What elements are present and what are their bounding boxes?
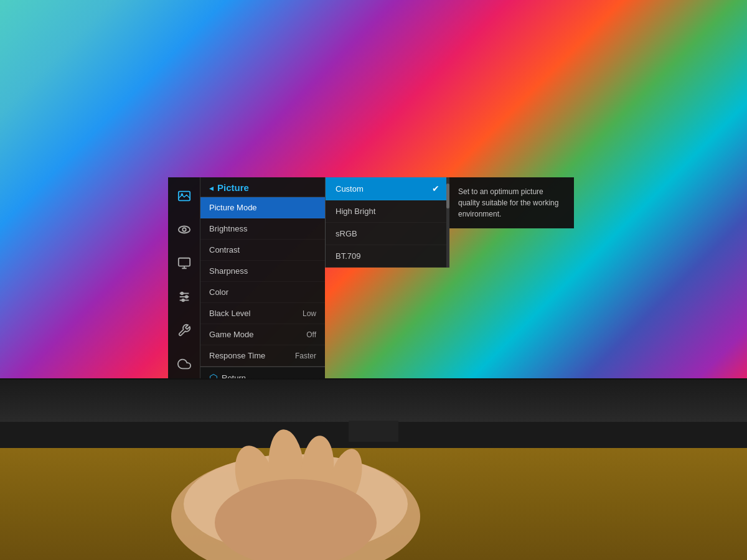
svg-point-1 bbox=[181, 193, 183, 195]
response-time-value: Faster bbox=[295, 352, 316, 360]
info-text: Set to an optimum picture quality suitab… bbox=[458, 187, 558, 218]
sidebar-icon-wrench[interactable] bbox=[173, 319, 195, 342]
menu-item-response-time[interactable]: Response Time Faster bbox=[200, 345, 325, 366]
submenu-label: sRGB bbox=[336, 229, 357, 238]
svg-rect-4 bbox=[178, 258, 189, 266]
submenu-item-custom[interactable]: Custom ✔ bbox=[326, 177, 449, 200]
menu-item-label: Contrast bbox=[209, 245, 240, 254]
hand-image bbox=[156, 429, 436, 560]
check-icon: ✔ bbox=[432, 184, 439, 194]
menu-item-label: Brightness bbox=[209, 224, 247, 233]
menu-item-label: Response Time bbox=[209, 351, 265, 360]
osd-container: ◂ Picture Picture Mode Brightness Contra… bbox=[168, 177, 574, 389]
menu-header: ◂ Picture bbox=[200, 177, 325, 197]
menu-item-label: Game Mode bbox=[209, 330, 254, 339]
menu-back-arrow: ◂ bbox=[209, 183, 214, 193]
black-level-value: Low bbox=[303, 309, 316, 318]
submenu-panel: Custom ✔ High Bright sRGB BT.709 bbox=[325, 177, 449, 268]
menu-item-picture-mode[interactable]: Picture Mode bbox=[200, 197, 325, 218]
sidebar-icon-display[interactable] bbox=[173, 252, 195, 274]
submenu-item-highbright[interactable]: High Bright bbox=[326, 200, 449, 223]
menu-item-game-mode[interactable]: Game Mode Off bbox=[200, 324, 325, 345]
desk-surface bbox=[0, 448, 747, 560]
sidebar-icon-eye[interactable] bbox=[173, 218, 195, 241]
menu-item-label: Picture Mode bbox=[209, 203, 257, 212]
menu-item-color[interactable]: Color bbox=[200, 282, 325, 303]
menu-item-contrast[interactable]: Contrast bbox=[200, 240, 325, 261]
menu-panel: ◂ Picture Picture Mode Brightness Contra… bbox=[200, 177, 325, 389]
tv-bezel-bottom: SAMSUNG bbox=[0, 378, 747, 422]
menu-title: Picture bbox=[217, 182, 249, 193]
submenu-item-bt709[interactable]: BT.709 bbox=[326, 245, 449, 268]
scrollbar-thumb bbox=[446, 184, 449, 208]
menu-item-label: Color bbox=[209, 287, 228, 297]
menu-items-list: Picture Mode Brightness Contrast Sharpne… bbox=[200, 197, 325, 366]
info-panel: Set to an optimum picture quality suitab… bbox=[449, 177, 574, 228]
submenu-label: BT.709 bbox=[336, 251, 360, 261]
svg-point-10 bbox=[182, 299, 184, 302]
game-mode-value: Off bbox=[306, 330, 316, 339]
sidebar-icon-cloud[interactable] bbox=[173, 353, 195, 375]
menu-item-label: Sharpness bbox=[209, 266, 248, 276]
sidebar bbox=[168, 177, 200, 383]
submenu-label: High Bright bbox=[336, 207, 375, 216]
menu-item-black-level[interactable]: Black Level Low bbox=[200, 303, 325, 324]
menu-item-sharpness[interactable]: Sharpness bbox=[200, 261, 325, 282]
svg-point-2 bbox=[178, 226, 189, 233]
menu-item-label: Black Level bbox=[209, 309, 250, 318]
submenu-label: Custom bbox=[336, 184, 364, 194]
scrollbar[interactable] bbox=[446, 177, 449, 268]
submenu-item-srgb[interactable]: sRGB bbox=[326, 223, 449, 245]
sidebar-icon-equalizer[interactable] bbox=[173, 286, 195, 308]
svg-point-8 bbox=[181, 292, 183, 295]
svg-point-9 bbox=[185, 296, 187, 298]
svg-point-3 bbox=[182, 228, 186, 231]
sidebar-icon-picture[interactable] bbox=[173, 185, 195, 207]
menu-item-brightness[interactable]: Brightness bbox=[200, 218, 325, 240]
